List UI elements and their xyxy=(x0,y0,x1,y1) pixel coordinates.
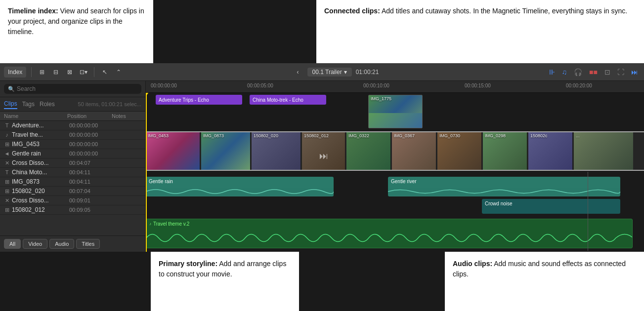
audio-btn[interactable]: ⊪ xyxy=(547,67,557,77)
tab-clips[interactable]: Clips xyxy=(4,99,17,109)
waveform-gentle-river xyxy=(388,187,620,196)
timeline-panel: 00:00:00:0000:00:05:0000:00:10:0000:00:1… xyxy=(146,81,644,252)
clip-type-icon: T xyxy=(2,122,12,128)
toolbar-separator-1 xyxy=(31,67,32,77)
list-item[interactable]: ⊞ 150802_012 00:09:05 xyxy=(0,205,145,215)
main-content: 🔍 Clips Tags Roles 50 items, 01:00:21 se… xyxy=(0,81,644,252)
nav-left-btn[interactable]: ‹ xyxy=(293,67,303,78)
list-item[interactable]: T China Moto... 00:04:11 xyxy=(0,168,145,177)
audio-gentle-rain[interactable]: Gentle rain xyxy=(146,177,334,196)
list-item[interactable]: ◄ Gentle rain 00:00:00:00 xyxy=(0,149,145,158)
clip-name: Travel the... xyxy=(12,131,69,138)
clip-list-header: Name Position Notes xyxy=(0,112,145,121)
clip-img0298[interactable]: IMG_0298 xyxy=(483,132,527,170)
tabs-row: Clips Tags Roles 50 items, 01:00:21 sele… xyxy=(0,97,145,112)
header-notes: Notes xyxy=(112,113,141,119)
header-position: Position xyxy=(67,113,112,119)
connected-clip-adventure[interactable]: Adventure Trips - Echo xyxy=(156,95,242,105)
clip-name: Gentle rain xyxy=(12,150,69,157)
bottom-filter: All Video Audio Titles xyxy=(0,235,145,252)
list-item[interactable]: ✕ Cross Disso... 00:09:01 xyxy=(0,196,145,205)
clip-img0730[interactable]: IMG_0730 xyxy=(437,132,482,170)
clip-name: Cross Disso... xyxy=(12,159,69,166)
color-btn[interactable]: ■■ xyxy=(587,67,600,77)
clip-img0873[interactable]: IMG_0873 xyxy=(201,132,251,170)
clip-type-icon: ◄ xyxy=(2,151,12,156)
clip-position: 00:00:00:00 xyxy=(69,122,114,128)
layout-btn-1[interactable]: ⊞ xyxy=(37,67,47,78)
playhead-head xyxy=(146,93,150,96)
clip-150802-020[interactable]: 150802_020 xyxy=(252,132,301,170)
filter-titles[interactable]: Titles xyxy=(76,239,100,249)
search-input-wrap[interactable]: 🔍 xyxy=(4,84,141,94)
clip-type-icon: ⊞ xyxy=(2,207,12,213)
tool-btn[interactable]: ⌃ xyxy=(113,67,124,78)
app-container: Index ⊞ ⊟ ⊠ ⊡▾ ↖ ⌃ ‹ 00.1 Trailer ▾ 01:0… xyxy=(0,63,644,252)
music-travel-theme[interactable]: ♪ Travel theme v.2 xyxy=(146,219,633,248)
cursor-btn[interactable]: ↖ xyxy=(99,67,110,78)
clip-position: 00:09:01 xyxy=(69,197,114,203)
layout-btn-2[interactable]: ⊟ xyxy=(50,67,61,78)
timeline-content[interactable]: Adventure Trips - Echo China Moto-trek -… xyxy=(146,93,644,252)
item-count: 50 items, 01:00:21 selec... xyxy=(78,101,141,107)
toolbar-right: ⊪ ♫ 🎧 ■■ ⊡ ⛶ ⏭ xyxy=(547,67,640,77)
clip-more[interactable]: ... xyxy=(574,132,633,170)
waveform-gentle-rain xyxy=(146,187,334,196)
clip-type-icon: ⊞ xyxy=(2,188,12,194)
audio-section-divider xyxy=(588,172,588,251)
clip-150802c[interactable]: 150802c xyxy=(528,132,573,170)
left-panel: 🔍 Clips Tags Roles 50 items, 01:00:21 se… xyxy=(0,81,146,252)
fullscreen-btn[interactable]: ⛶ xyxy=(615,67,626,77)
playhead[interactable] xyxy=(146,93,147,252)
project-name[interactable]: 00.1 Trailer ▾ xyxy=(307,68,352,77)
clip-img0367[interactable]: IMG_0367 xyxy=(392,132,436,170)
filter-all[interactable]: All xyxy=(4,239,21,249)
annotation-title-bottom-left: Primary storyline: Add and arrange clips… xyxy=(159,260,286,278)
ruler-timecode: 00:00:20:00 xyxy=(566,83,592,88)
timecode-display: 01:00:21 xyxy=(356,69,379,76)
ruler-timecode: 00:00:00:00 xyxy=(151,83,177,88)
skip-end-btn[interactable]: ⏭ xyxy=(629,67,640,77)
clip-type-icon: ✕ xyxy=(2,197,12,204)
list-item[interactable]: ✕ Cross Disso... 00:04:07 xyxy=(0,158,145,168)
tab-tags[interactable]: Tags xyxy=(22,100,35,109)
connected-clip-china[interactable]: China Moto-trek - Echo xyxy=(250,95,326,105)
clip-img0322[interactable]: IMG_0322 xyxy=(346,132,391,170)
header-name: Name xyxy=(4,113,67,119)
ruler-timecode: 00:00:05:00 xyxy=(247,83,273,88)
annotation-title-bottom-right: Audio clips: Add music and sound effects… xyxy=(453,260,626,278)
waveform-btn[interactable]: ♫ xyxy=(560,67,569,77)
audio-gentle-river[interactable]: Gentle river xyxy=(388,177,620,196)
headphone-btn[interactable]: 🎧 xyxy=(572,67,584,77)
clip-position: 00:04:11 xyxy=(69,169,114,175)
clip-name: Cross Disso... xyxy=(12,197,69,204)
list-item[interactable]: ⊞ IMG_0453 00:00:00:00 xyxy=(0,140,145,149)
filter-video[interactable]: Video xyxy=(23,239,47,249)
clip-type-icon: ⊞ xyxy=(2,141,12,148)
clip-type-icon: ✕ xyxy=(2,160,12,166)
export-btn[interactable]: ⊡ xyxy=(602,67,612,77)
list-item[interactable]: T Adventure... 00:00:00:00 xyxy=(0,121,145,130)
clip-position: 00:00:00:00 xyxy=(69,141,114,147)
waveform-music xyxy=(146,228,632,248)
clip-name: 150802_020 xyxy=(12,188,69,194)
list-item[interactable]: ⊞ 150802_020 00:07:04 xyxy=(0,187,145,196)
annotation-bottom-right: Audio clips: Add music and sound effects… xyxy=(445,252,644,311)
list-item[interactable]: ⊞ IMG_0873 00:04:11 xyxy=(0,177,145,187)
audio-crowd-noise[interactable]: Crowd noise xyxy=(482,199,620,214)
clip-position: 00:00:00:00 xyxy=(69,151,114,156)
search-input[interactable] xyxy=(17,85,137,92)
clip-name: 150802_012 xyxy=(12,206,69,213)
clip-img0453[interactable]: IMG_0453 xyxy=(146,132,200,170)
annotation-title-left: Timeline index: View and search for clip… xyxy=(8,7,144,36)
layout-btn-3[interactable]: ⊠ xyxy=(64,67,75,78)
index-button[interactable]: Index xyxy=(4,67,26,78)
filter-audio[interactable]: Audio xyxy=(49,239,74,249)
tab-roles[interactable]: Roles xyxy=(40,100,55,109)
clip-150802-012[interactable]: 150802_012 ⏭ xyxy=(302,132,345,170)
search-icon: 🔍 xyxy=(8,86,15,92)
list-item[interactable]: ♪ Travel the... 00:00:00:00 xyxy=(0,130,145,140)
img-1775-thumbnail[interactable]: IMG_1775 xyxy=(368,95,423,128)
layout-btn-4[interactable]: ⊡▾ xyxy=(78,67,89,78)
ruler-timecode: 00:00:15:00 xyxy=(465,83,491,88)
